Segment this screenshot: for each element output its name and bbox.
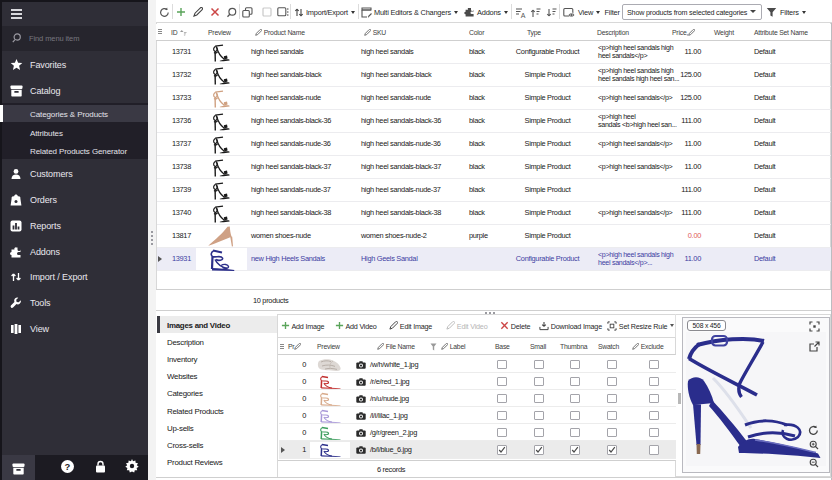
svg-text:A: A <box>520 11 525 18</box>
svg-text:?: ? <box>65 461 71 472</box>
